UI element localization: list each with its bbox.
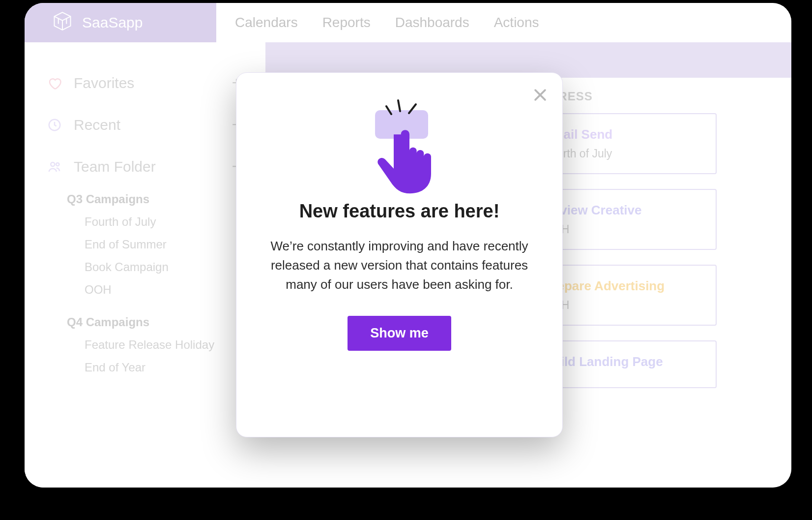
show-me-button[interactable]: Show me — [348, 316, 451, 351]
svg-line-5 — [386, 106, 391, 114]
close-button[interactable] — [532, 87, 549, 103]
modal-body-text: We’re constantly improving and have rece… — [264, 237, 535, 294]
modal-title: New features are here! — [299, 201, 500, 222]
spark-lines-icon — [385, 98, 420, 118]
svg-line-6 — [398, 100, 400, 111]
modal-illustration — [348, 99, 451, 188]
pointer-hand-icon — [370, 116, 453, 195]
new-features-modal: New features are here! We’re constantly … — [236, 72, 563, 437]
svg-line-7 — [409, 104, 416, 113]
